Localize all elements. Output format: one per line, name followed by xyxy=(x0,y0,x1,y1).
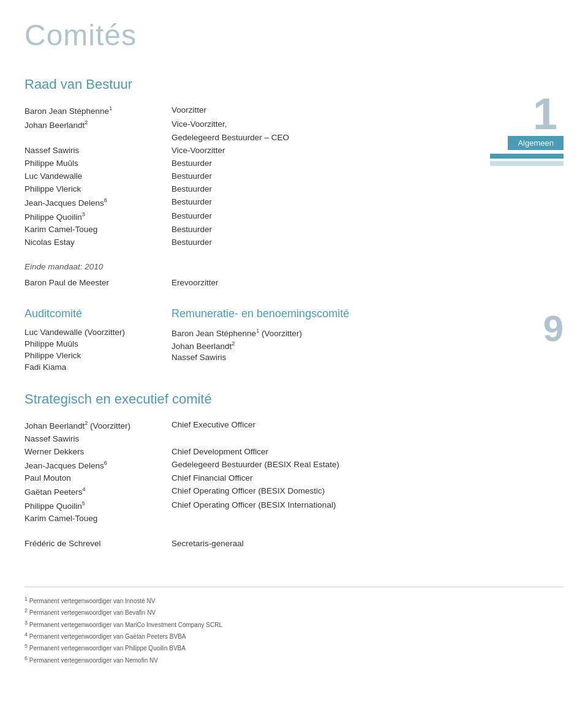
strat-table: Johan Beerlandt2 (Voorzitter)Chief Execu… xyxy=(24,418,564,525)
audit-title: Auditcomité xyxy=(24,307,172,320)
page-title: Comités xyxy=(24,18,564,52)
strat-member-name: Gaëtan Peeters4 xyxy=(24,484,172,498)
footnote-item: 1 Permanent vertegenwoordiger van Innost… xyxy=(24,595,564,606)
footnote-item: 6 Permanent vertegenwoordiger van Nemofi… xyxy=(24,654,564,666)
raad-title: Raad van Bestuur xyxy=(24,77,564,92)
raad-member-role: Bestuurder xyxy=(172,236,564,249)
audit-member: Philippe Muûls xyxy=(24,338,172,350)
badge-bar2 xyxy=(490,161,564,166)
raad-member-name: Nassef Sawiris xyxy=(24,144,172,157)
badge-number: 1 xyxy=(533,92,557,136)
raad-member-role: Bestuurder xyxy=(172,223,564,236)
raad-member-name: Nicolas Estay xyxy=(24,236,172,249)
remuneratie-members: Baron Jean Stéphenne1 (Voorzitter)Johan … xyxy=(172,326,564,363)
raad-member-row: Jean-Jacques Delens6Bestuurder xyxy=(24,195,564,209)
raad-member-name xyxy=(24,131,172,144)
raad-member-name: Luc Vandewalle xyxy=(24,170,172,182)
footnote-item: 2 Permanent vertegenwoordiger van Bevafi… xyxy=(24,606,564,618)
strat-member-row: Karim Camel-Toueg xyxy=(24,512,564,525)
footnote-item: 4 Permanent vertegenwoordiger van Gaëtan… xyxy=(24,630,564,642)
secretaris-role: Secretaris-generaal xyxy=(172,537,564,550)
strat-member-row: Johan Beerlandt2 (Voorzitter)Chief Execu… xyxy=(24,418,564,432)
strat-member-row: Paul MoutonChief Financial Officer xyxy=(24,471,564,484)
remuneratie-title: Remuneratie- en benoemingscomité xyxy=(172,307,564,320)
footnote-list: 1 Permanent vertegenwoordiger van Innost… xyxy=(24,595,564,666)
footnote-item: 5 Permanent vertegenwoordiger van Philip… xyxy=(24,642,564,653)
sidebar-badge: 1 Algemeen xyxy=(490,92,564,166)
strat-member-name: Karim Camel-Toueg xyxy=(24,512,172,525)
raad-member-row: Nassef SawirisVice-Voorzitter xyxy=(24,144,564,157)
audit-member: Fadi Kiama xyxy=(24,361,172,373)
strat-member-role: Gedelegeerd Bestuurder (BESIX Real Estat… xyxy=(172,458,564,472)
raad-member-name: Jean-Jacques Delens6 xyxy=(24,195,172,209)
strat-member-row: Gaëtan Peeters4Chief Operating Officer (… xyxy=(24,484,564,498)
remuneratie-member: Baron Jean Stéphenne1 (Voorzitter) xyxy=(172,326,564,339)
raad-member-name: Philippe Muûls xyxy=(24,157,172,170)
raad-member-role: Bestuurder xyxy=(172,170,564,182)
strat-member-role: Chief Executive Officer xyxy=(172,418,564,432)
strat-member-role: Chief Operating Officer (BESIX Internati… xyxy=(172,498,564,513)
strat-member-row: Philippe Quoilin5Chief Operating Officer… xyxy=(24,498,564,513)
raad-member-name: Baron Jean Stéphenne1 xyxy=(24,103,172,118)
footnote-item: 3 Permanent vertegenwoordiger van MariCo… xyxy=(24,618,564,630)
strat-member-name: Werner Dekkers xyxy=(24,445,172,458)
secretaris-name: Frédéric de Schrevel xyxy=(24,537,172,550)
remuneratie-member: Nassef Sawiris xyxy=(172,351,564,363)
strat-member-name: Philippe Quoilin5 xyxy=(24,498,172,513)
audit-members: Luc Vandewalle (Voorzitter)Philippe Muûl… xyxy=(24,326,172,373)
strat-member-role xyxy=(172,512,564,525)
strategisch-title: Strategisch en executief comité xyxy=(24,391,564,407)
audit-remuneratie-section: Auditcomité Luc Vandewalle (Voorzitter)P… xyxy=(24,307,564,373)
strat-member-name: Johan Beerlandt2 (Voorzitter) xyxy=(24,418,172,432)
audit-member: Philippe Vlerick xyxy=(24,350,172,361)
audit-col: Auditcomité Luc Vandewalle (Voorzitter)P… xyxy=(24,307,172,373)
footnotes: 1 Permanent vertegenwoordiger van Innost… xyxy=(24,587,564,666)
strat-member-role: Chief Financial Officer xyxy=(172,471,564,484)
raad-member-name: Philippe Quoilin3 xyxy=(24,209,172,224)
raad-member-name: Philippe Vlerick xyxy=(24,182,172,195)
secretaris-row: Frédéric de Schrevel Secretaris-generaal xyxy=(24,537,564,550)
badge-label: Algemeen xyxy=(508,136,564,150)
raad-member-row: Philippe MuûlsBestuurder xyxy=(24,157,564,170)
erevoorzitter-name: Baron Paul de Meester xyxy=(24,276,172,289)
raad-member-row: Philippe VlerickBestuurder xyxy=(24,182,564,195)
raad-member-name: Karim Camel-Toueg xyxy=(24,223,172,236)
erevoorzitter-role: Erevoorzitter xyxy=(172,276,564,289)
strat-member-row: Nassef Sawiris xyxy=(24,432,564,445)
audit-member: Luc Vandewalle (Voorzitter) xyxy=(24,326,172,338)
strat-member-name: Nassef Sawiris xyxy=(24,432,172,445)
remuneratie-member: Johan Beerlandt2 xyxy=(172,339,564,352)
strat-member-row: Werner DekkersChief Development Officer xyxy=(24,445,564,458)
einde-mandaat: Einde mandaat: 2010 xyxy=(24,255,564,276)
badge-bar1 xyxy=(490,154,564,159)
raad-table: Baron Jean Stéphenne1VoorzitterJohan Bee… xyxy=(24,103,564,249)
erevoorzitter-table: Baron Paul de Meester Erevoorzitter xyxy=(24,276,564,289)
raad-member-row: Gedelegeerd Bestuurder – CEO xyxy=(24,131,564,144)
strat-member-role xyxy=(172,432,564,445)
raad-member-role: Bestuurder xyxy=(172,209,564,224)
raad-member-name: Johan Beerlandt2 xyxy=(24,118,172,132)
raad-section: Raad van Bestuur Baron Jean Stéphenne1Vo… xyxy=(24,77,564,289)
strat-member-row: Jean-Jacques Delens6Gedelegeerd Bestuurd… xyxy=(24,458,564,472)
raad-member-row: Baron Jean Stéphenne1Voorzitter xyxy=(24,103,564,118)
raad-member-row: Karim Camel-TouegBestuurder xyxy=(24,223,564,236)
raad-member-row: Luc VandewalleBestuurder xyxy=(24,170,564,182)
raad-member-row: Johan Beerlandt2Vice-Voorzitter, xyxy=(24,118,564,132)
strat-member-name: Paul Mouton xyxy=(24,471,172,484)
strat-member-name: Jean-Jacques Delens6 xyxy=(24,458,172,472)
erevoorzitter-row: Baron Paul de Meester Erevoorzitter xyxy=(24,276,564,289)
raad-member-row: Nicolas EstayBestuurder xyxy=(24,236,564,249)
strat-member-role: Chief Operating Officer (BESIX Domestic) xyxy=(172,484,564,498)
strategisch-section: Strategisch en executief comité Johan Be… xyxy=(24,391,564,550)
remuneratie-col: Remuneratie- en benoemingscomité Baron J… xyxy=(172,307,564,373)
raad-member-role: Bestuurder xyxy=(172,182,564,195)
badge-9: 9 xyxy=(543,307,564,350)
raad-member-row: Philippe Quoilin3Bestuurder xyxy=(24,209,564,224)
strat-member-role: Chief Development Officer xyxy=(172,445,564,458)
raad-member-role: Bestuurder xyxy=(172,195,564,209)
secretaris-table: Frédéric de Schrevel Secretaris-generaal xyxy=(24,537,564,550)
